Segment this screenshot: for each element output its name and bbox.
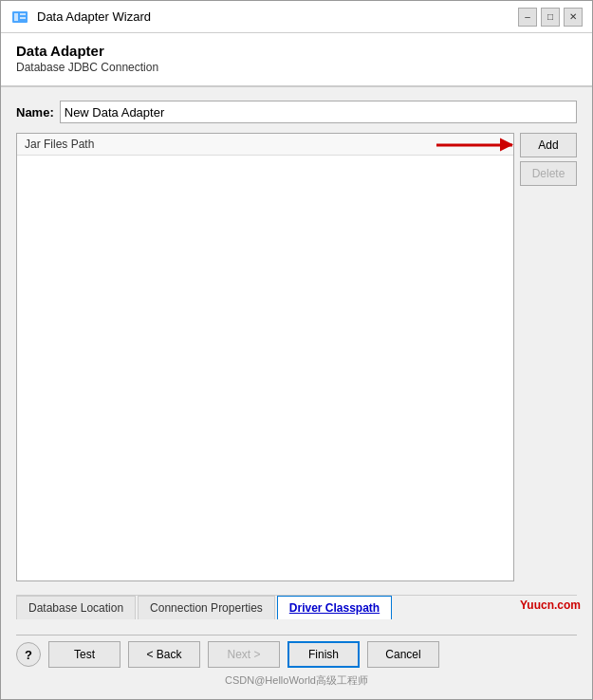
add-button[interactable]: Add: [520, 133, 577, 157]
window: Data Adapter Wizard – □ ✕ Data Adapter D…: [0, 0, 593, 700]
title-bar-left: Data Adapter Wizard: [10, 8, 151, 27]
tab-driver-classpath[interactable]: Driver Classpath: [277, 596, 392, 619]
next-button[interactable]: Next >: [208, 641, 280, 668]
svg-rect-2: [20, 13, 26, 15]
footer-area: ? Test < Back Next > Finish Cancel CSDN@…: [1, 627, 592, 699]
name-label: Name:: [16, 105, 54, 120]
jar-files-box: Jar Files Path: [16, 133, 514, 581]
title-bar-controls: – □ ✕: [518, 8, 583, 27]
footer-buttons: ? Test < Back Next > Finish Cancel: [16, 641, 577, 668]
name-row: Name:: [16, 101, 577, 123]
header-title: Data Adapter: [16, 43, 577, 59]
jar-files-content: [17, 156, 513, 576]
main-panel: Jar Files Path Add Delete: [16, 133, 577, 581]
minimize-button[interactable]: –: [518, 8, 537, 27]
svg-rect-3: [20, 17, 26, 19]
test-button[interactable]: Test: [48, 641, 120, 668]
side-buttons: Add Delete: [520, 133, 577, 581]
help-button[interactable]: ?: [16, 642, 41, 667]
header-subtitle: Database JDBC Connection: [16, 61, 577, 74]
name-input[interactable]: [60, 101, 577, 123]
tabs-row: Database Location Connection Properties …: [16, 595, 577, 619]
delete-button[interactable]: Delete: [520, 161, 577, 186]
tab-database-location[interactable]: Database Location: [16, 596, 136, 619]
jar-files-header: Jar Files Path: [17, 134, 513, 156]
back-button[interactable]: < Back: [128, 641, 200, 668]
content-area: Name: Jar Files Path Add Del: [1, 87, 592, 627]
header-section: Data Adapter Database JDBC Connection: [1, 33, 592, 87]
window-title: Data Adapter Wizard: [37, 9, 151, 24]
title-bar: Data Adapter Wizard – □ ✕: [1, 1, 592, 33]
add-button-wrapper: Add: [520, 133, 577, 157]
maximize-button[interactable]: □: [541, 8, 560, 27]
cancel-button[interactable]: Cancel: [367, 641, 439, 668]
finish-button[interactable]: Finish: [287, 641, 360, 668]
svg-rect-1: [14, 13, 18, 21]
tab-connection-properties[interactable]: Connection Properties: [138, 596, 275, 619]
csdn-watermark: CSDN@HelloWorld高级工程师: [16, 673, 577, 690]
footer-separator: [16, 635, 577, 636]
app-icon: [10, 8, 29, 27]
close-button[interactable]: ✕: [564, 8, 583, 27]
